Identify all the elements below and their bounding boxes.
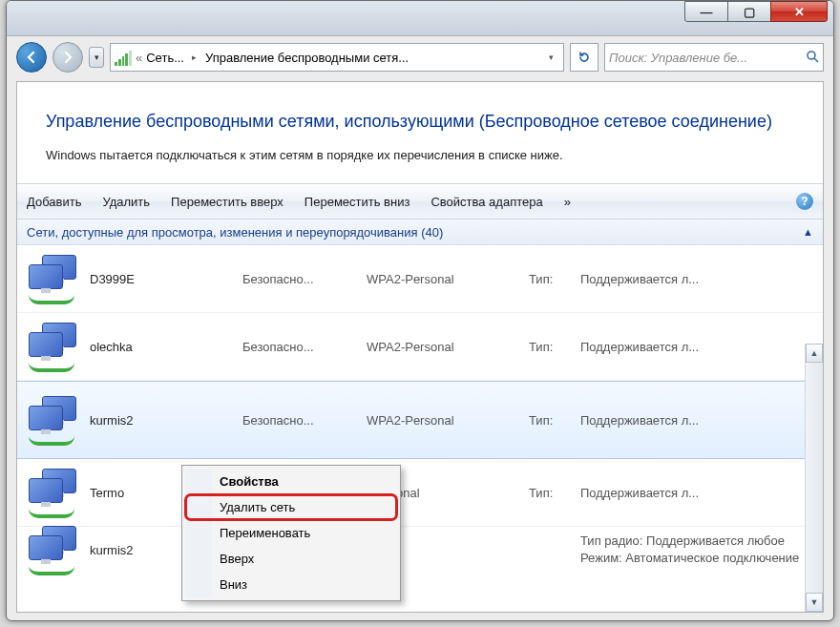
address-bar[interactable]: « Сеть... ▸ Управление беспроводными сет… [110, 43, 564, 72]
command-bar: Добавить Удалить Переместить вверх Перем… [17, 183, 823, 219]
network-name: D3999E [90, 272, 233, 286]
network-icon [27, 528, 80, 572]
network-row-selected[interactable]: kurmis2 Безопасно... WPA2-Personal Тип: … [17, 381, 823, 459]
network-row[interactable]: D3999E Безопасно... WPA2-Personal Тип: П… [17, 245, 823, 313]
ctx-move-down[interactable]: Вниз [185, 572, 397, 597]
maximize-button[interactable]: ▢ [727, 1, 771, 22]
chevron-right-icon[interactable]: ▸ [186, 52, 203, 62]
network-security-label: Безопасно... [242, 413, 357, 428]
network-row[interactable]: Termo -Personal Тип: Поддерживается л... [17, 459, 823, 527]
breadcrumb-dropdown[interactable]: ▾ [542, 52, 559, 62]
svg-line-1 [814, 58, 818, 62]
ctx-move-up[interactable]: Вверх [185, 546, 397, 572]
network-row[interactable]: kurmis2 onal Тип радио: Поддерживается л… [17, 527, 823, 573]
network-icon [27, 257, 80, 301]
toolbar-adapter-properties[interactable]: Свойства адаптера [430, 195, 542, 209]
network-security-label: Безопасно... [242, 272, 357, 286]
scroll-down-icon[interactable]: ▼ [806, 593, 823, 612]
network-type-label: Тип: [529, 340, 571, 354]
close-button[interactable]: ✕ [770, 1, 828, 22]
network-name: kurmis2 [90, 413, 233, 428]
search-icon [806, 50, 819, 66]
breadcrumb-segment[interactable]: Управление беспроводными сетя... [205, 51, 409, 65]
toolbar-move-up[interactable]: Переместить вверх [171, 195, 284, 209]
search-placeholder: Поиск: Управление бе... [609, 51, 747, 65]
vertical-scrollbar[interactable]: ▲ ▼ [805, 344, 823, 612]
network-type: Поддерживается л... [580, 272, 813, 286]
network-type: Поддерживается л... [580, 413, 813, 428]
content-pane: Управление беспроводными сетями, использ… [16, 81, 824, 613]
network-type-label: Тип: [529, 486, 571, 500]
network-type-label: Тип: [529, 413, 571, 428]
network-encryption: WPA2-Personal [367, 272, 519, 286]
forward-button[interactable] [52, 42, 83, 73]
network-icon [27, 324, 80, 368]
context-menu: Свойства Удалить сеть Переименовать Ввер… [181, 465, 401, 601]
radio-type-label: Тип радио: [580, 533, 642, 548]
ctx-properties[interactable]: Свойства [185, 469, 397, 494]
network-name: olechka [90, 340, 233, 354]
nav-history-dropdown[interactable]: ▾ [89, 47, 104, 68]
section-header[interactable]: Сети, доступные для просмотра, изменения… [17, 219, 823, 245]
breadcrumb-segment[interactable]: Сеть... [146, 51, 184, 65]
section-label: Сети, доступные для просмотра, изменения… [27, 225, 443, 240]
toolbar-overflow[interactable]: » [564, 195, 571, 209]
network-type-label: Тип: [529, 272, 571, 286]
page-subtext: Windows пытается подключаться к этим сет… [17, 142, 823, 183]
network-icon [27, 398, 80, 442]
toolbar-move-down[interactable]: Переместить вниз [304, 195, 410, 209]
network-type: Поддерживается л... [580, 340, 813, 354]
page-title: Управление беспроводными сетями, использ… [17, 82, 823, 142]
network-encryption: WPA2-Personal [367, 413, 519, 428]
network-row[interactable]: olechka Безопасно... WPA2-Personal Тип: … [17, 313, 823, 381]
radio-type-value: Поддерживается любое [646, 533, 785, 548]
collapse-icon[interactable]: ▲ [803, 226, 813, 238]
breadcrumb-prefix: « [134, 51, 144, 65]
network-icon [27, 470, 80, 514]
explorer-window: — ▢ ✕ ▾ « Сеть... ▸ Управление беспровод… [6, 0, 834, 621]
window-controls: — ▢ ✕ [685, 1, 828, 22]
network-encryption: WPA2-Personal [367, 340, 519, 354]
toolbar-add[interactable]: Добавить [27, 195, 81, 209]
mode-label: Режим: [580, 551, 622, 565]
ctx-delete-network[interactable]: Удалить сеть [185, 494, 397, 520]
signal-icon [115, 49, 132, 66]
mode-value: Автоматическое подключение [625, 551, 799, 565]
network-type: Поддерживается л... [580, 486, 813, 500]
scroll-up-icon[interactable]: ▲ [806, 344, 823, 363]
title-bar: — ▢ ✕ [7, 1, 833, 36]
back-button[interactable] [16, 42, 47, 73]
ctx-rename[interactable]: Переименовать [185, 520, 397, 546]
help-icon[interactable]: ? [796, 193, 813, 210]
toolbar-delete[interactable]: Удалить [102, 195, 150, 209]
network-security-label: Безопасно... [242, 340, 357, 354]
minimize-button[interactable]: — [684, 1, 728, 22]
navigation-row: ▾ « Сеть... ▸ Управление беспроводными с… [7, 37, 833, 77]
refresh-button[interactable] [570, 43, 598, 72]
svg-point-0 [808, 52, 815, 59]
search-input[interactable]: Поиск: Управление бе... [604, 43, 824, 72]
